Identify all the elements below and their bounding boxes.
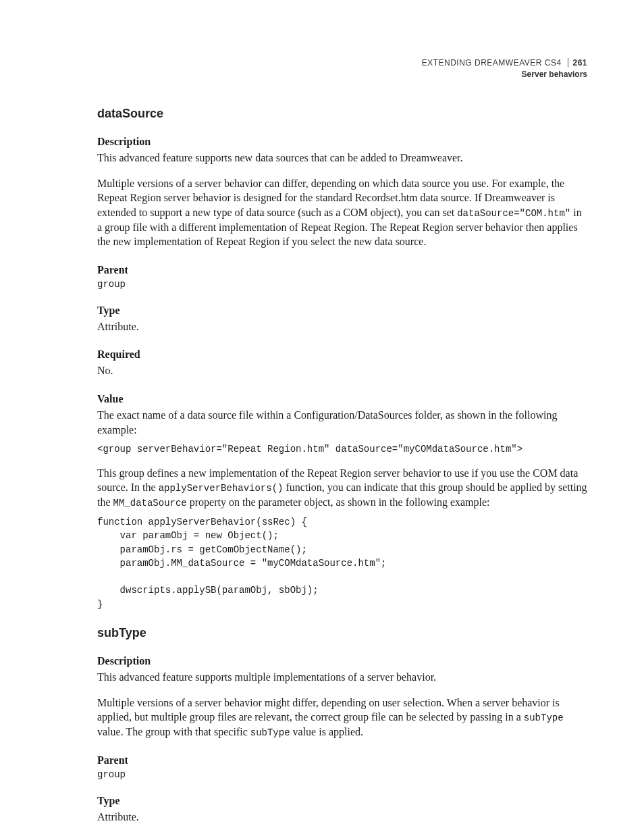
value-code-2: function applyServerBehavior(ssRec) { va… xyxy=(97,515,587,611)
parent-label: Parent xyxy=(97,264,587,276)
page-content: dataSource Description This advanced fea… xyxy=(97,107,587,825)
desc2-code: dataSource="COM.htm" xyxy=(457,208,570,219)
st-desc2-a: Multiple versions of a server behavior m… xyxy=(97,697,560,723)
page: EXTENDING DREAMWEAVER CS4 261 Server beh… xyxy=(0,0,644,834)
required-label: Required xyxy=(97,348,587,361)
header-line-1: EXTENDING DREAMWEAVER CS4 261 xyxy=(422,58,587,68)
type-block: Type Attribute. xyxy=(97,305,587,334)
parent-value: group xyxy=(97,279,587,290)
section-heading-datasource: dataSource xyxy=(97,107,587,121)
section-heading-subtype: subType xyxy=(97,626,587,640)
type-value: Attribute. xyxy=(97,319,587,334)
running-header: EXTENDING DREAMWEAVER CS4 261 Server beh… xyxy=(422,58,587,80)
value-p2-code2: MM_dataSource xyxy=(113,498,187,509)
subtype-parent-block: Parent group xyxy=(97,754,587,780)
description-para-1: This advanced feature supports new data … xyxy=(97,151,587,165)
st-desc2-code2: subType xyxy=(250,727,290,738)
st-desc2-b: value. The group with that specific xyxy=(97,726,250,737)
st-desc2-code1: subType xyxy=(524,712,564,723)
value-code-1: <group serverBehavior="Repeat Region.htm… xyxy=(97,442,587,456)
value-block: Value The exact name of a data source fi… xyxy=(97,393,587,611)
value-para-1: The exact name of a data source file wit… xyxy=(97,408,587,437)
page-number: 261 xyxy=(568,58,587,68)
chapter-title: Server behaviors xyxy=(422,70,587,80)
description-para-2: Multiple versions of a server behavior c… xyxy=(97,176,587,249)
subtype-description-block: Description This advanced feature suppor… xyxy=(97,655,587,739)
subtype-type-label: Type xyxy=(97,795,587,807)
subtype-description-para-1: This advanced feature supports multiple … xyxy=(97,670,587,685)
subtype-parent-value: group xyxy=(97,769,587,780)
value-p2-code1: applyServerBehaviors() xyxy=(159,483,284,494)
type-label: Type xyxy=(97,305,587,317)
value-para-2: This group defines a new implementation … xyxy=(97,466,587,510)
subtype-description-para-2: Multiple versions of a server behavior m… xyxy=(97,696,587,739)
required-block: Required No. xyxy=(97,348,587,378)
parent-block: Parent group xyxy=(97,264,587,290)
value-label: Value xyxy=(97,393,587,405)
required-value: No. xyxy=(97,363,587,378)
st-desc2-c: value is applied. xyxy=(290,726,363,737)
value-p2-c: property on the parameter object, as sho… xyxy=(187,496,490,508)
description-block: Description This advanced feature suppor… xyxy=(97,136,587,249)
description-label: Description xyxy=(97,136,587,148)
subtype-type-value: Attribute. xyxy=(97,810,587,825)
book-title: EXTENDING DREAMWEAVER CS4 xyxy=(422,58,562,68)
subtype-description-label: Description xyxy=(97,655,587,667)
subtype-parent-label: Parent xyxy=(97,754,587,766)
subtype-type-block: Type Attribute. xyxy=(97,795,587,825)
